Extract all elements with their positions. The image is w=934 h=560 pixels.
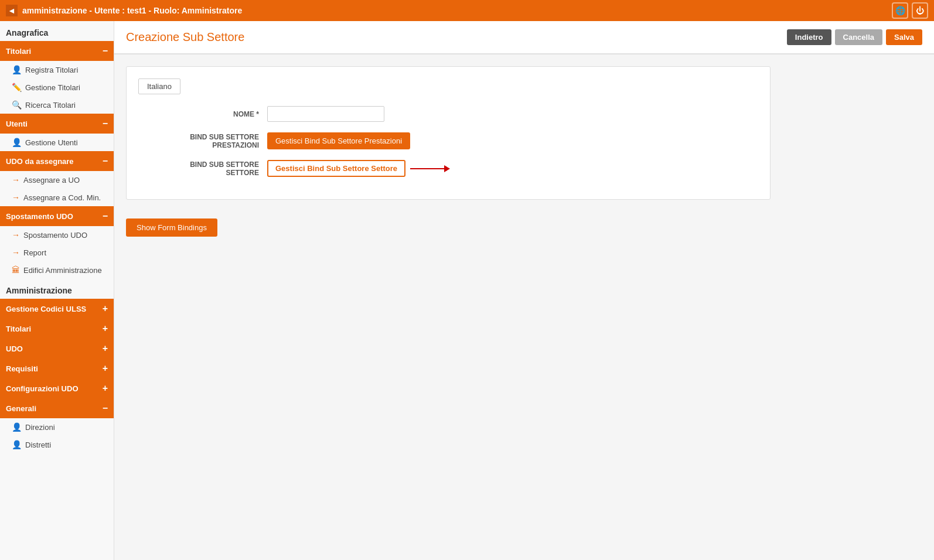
lang-tab[interactable]: Italiano	[138, 78, 180, 94]
bind-prestazioni-label: BIND SUB SETTORE PRESTAZIONI	[138, 133, 267, 149]
arrow-icon: →	[12, 248, 20, 257]
sidebar-item-ricerca-titolari[interactable]: 🔍 Ricerca Titolari	[0, 96, 114, 114]
page-title: Creazione Sub Settore	[126, 30, 244, 44]
btn-gestisci-settore[interactable]: Gestisci Bind Sub Settore Settore	[267, 160, 405, 177]
sidebar-group-toggle: +	[103, 363, 108, 374]
sidebar-group-toggle: +	[103, 323, 108, 334]
user-icon: 👤	[12, 422, 22, 432]
user-icon: 👤	[12, 440, 22, 449]
sidebar-group-titolari-label: Titolari	[6, 47, 31, 56]
nome-input[interactable]	[267, 106, 384, 122]
sidebar-item-label: Ricerca Titolari	[25, 101, 76, 110]
anagrafica-section-title: Anagrafica	[0, 21, 114, 41]
btn-settore-container: Gestisci Bind Sub Settore Settore	[267, 160, 405, 177]
sidebar-item-label: Distretti	[25, 441, 51, 449]
sidebar-item-report[interactable]: → Report	[0, 244, 114, 261]
show-bindings-container: Show Form Bindings	[126, 213, 922, 237]
sidebar-item-label: Spostamento UDO	[23, 231, 87, 240]
sidebar-group-utenti-toggle: −	[103, 118, 108, 129]
topbar: ◄ amministrazione - Utente : test1 - Ruo…	[0, 0, 934, 21]
sidebar-group-spostamento[interactable]: Spostamento UDO −	[0, 206, 114, 226]
arrowhead	[444, 165, 450, 172]
sidebar-group-udo-admin[interactable]: UDO +	[0, 339, 114, 358]
sidebar-group-utenti-label: Utenti	[6, 119, 28, 128]
amministrazione-section-title: Amministrazione	[0, 279, 114, 299]
power-icon[interactable]: ⏻	[912, 2, 928, 19]
sidebar: Anagrafica Titolari − 👤 Registra Titolar…	[0, 21, 114, 560]
sidebar-group-gestione-codici[interactable]: Gestione Codici ULSS +	[0, 299, 114, 319]
annotation-arrow	[410, 168, 445, 169]
main-content: Creazione Sub Settore Indietro Cancella …	[114, 21, 934, 560]
save-button[interactable]: Salva	[886, 29, 922, 45]
sidebar-group-titolari-toggle: −	[103, 46, 108, 56]
sidebar-item-distretti[interactable]: 👤 Distretti	[0, 436, 114, 453]
cancel-button[interactable]: Cancella	[835, 29, 882, 45]
sidebar-group-toggle: +	[103, 343, 108, 354]
arrow-body	[410, 168, 445, 169]
sidebar-item-label: Edifici Amministrazione	[23, 266, 102, 275]
sidebar-group-label: Requisiti	[6, 364, 38, 373]
sidebar-group-toggle: +	[103, 303, 108, 314]
show-form-bindings-button[interactable]: Show Form Bindings	[126, 218, 217, 237]
sidebar-group-udo-assegnare[interactable]: UDO da assegnare −	[0, 151, 114, 171]
sidebar-item-label: Assegnare a Cod. Min.	[23, 193, 101, 202]
sidebar-item-label: Registra Titolari	[25, 66, 78, 74]
sidebar-group-spostamento-label: Spostamento UDO	[6, 212, 73, 221]
sidebar-item-edifici[interactable]: 🏛 Edifici Amministrazione	[0, 261, 114, 279]
sidebar-group-toggle: +	[103, 383, 108, 394]
sidebar-item-direzioni[interactable]: 👤 Direzioni	[0, 418, 114, 436]
topbar-icons: 🌐 ⏻	[892, 2, 928, 19]
sidebar-group-label: Generali	[6, 404, 36, 413]
sidebar-group-spostamento-toggle: −	[103, 211, 108, 221]
sidebar-item-assegnare-uo[interactable]: → Assegnare a UO	[0, 171, 114, 189]
btn-gestisci-prestazioni[interactable]: Gestisci Bind Sub Settore Prestazioni	[267, 132, 410, 149]
sidebar-item-assegnare-cod[interactable]: → Assegnare a Cod. Min.	[0, 189, 114, 206]
sidebar-item-registra-titolari[interactable]: 👤 Registra Titolari	[0, 61, 114, 78]
building-icon: 🏛	[12, 265, 20, 275]
sidebar-group-udo-label: UDO da assegnare	[6, 157, 74, 166]
sidebar-group-titolari[interactable]: Titolari −	[0, 41, 114, 61]
page-header: Creazione Sub Settore Indietro Cancella …	[114, 21, 934, 54]
sidebar-item-label: Gestione Titolari	[25, 83, 80, 92]
form-card: Italiano NOME * BIND SUB SETTORE PRESTAZ…	[126, 66, 771, 200]
sidebar-group-configurazioni[interactable]: Configurazioni UDO +	[0, 378, 114, 398]
back-button[interactable]: Indietro	[787, 29, 831, 45]
sidebar-item-label: Report	[23, 248, 46, 257]
sidebar-group-toggle: −	[103, 403, 108, 414]
sidebar-group-label: Titolari	[6, 325, 31, 333]
sidebar-group-utenti[interactable]: Utenti −	[0, 114, 114, 134]
form-area: Italiano NOME * BIND SUB SETTORE PRESTAZ…	[114, 54, 934, 248]
form-row-bind-settore: BIND SUB SETTORE SETTORE Gestisci Bind S…	[138, 160, 758, 177]
sidebar-group-label: UDO	[6, 344, 23, 353]
search-icon: 🔍	[12, 100, 22, 110]
sidebar-item-label: Assegnare a UO	[23, 176, 80, 185]
sidebar-group-udo-toggle: −	[103, 156, 108, 166]
nome-label: NOME *	[138, 110, 267, 118]
arrow-icon: →	[12, 230, 20, 240]
bind-settore-label: BIND SUB SETTORE SETTORE	[138, 161, 267, 177]
topbar-title: amministrazione - Utente : test1 - Ruolo…	[22, 6, 887, 15]
arrow-icon: →	[12, 175, 20, 185]
sidebar-item-gestione-utenti[interactable]: 👤 Gestione Utenti	[0, 134, 114, 151]
topbar-back-arrow[interactable]: ◄	[6, 5, 18, 16]
globe-icon[interactable]: 🌐	[892, 2, 908, 19]
form-row-bind-prestazioni: BIND SUB SETTORE PRESTAZIONI Gestisci Bi…	[138, 132, 758, 149]
sidebar-group-requisiti[interactable]: Requisiti +	[0, 358, 114, 378]
arrow-icon: →	[12, 193, 20, 202]
sidebar-item-label: Direzioni	[25, 423, 55, 432]
sidebar-item-label: Gestione Utenti	[25, 138, 78, 147]
sidebar-group-titolari-admin[interactable]: Titolari +	[0, 319, 114, 339]
edit-icon: ✏️	[12, 83, 22, 92]
form-row-nome: NOME *	[138, 106, 758, 122]
user-icon: 👤	[12, 65, 22, 74]
sidebar-group-label: Configurazioni UDO	[6, 384, 79, 393]
sidebar-item-spostamento-udo[interactable]: → Spostamento UDO	[0, 226, 114, 244]
user-icon: 👤	[12, 138, 22, 147]
sidebar-group-generali[interactable]: Generali −	[0, 398, 114, 418]
header-buttons: Indietro Cancella Salva	[787, 29, 922, 45]
sidebar-item-gestione-titolari[interactable]: ✏️ Gestione Titolari	[0, 78, 114, 96]
sidebar-group-label: Gestione Codici ULSS	[6, 305, 86, 313]
